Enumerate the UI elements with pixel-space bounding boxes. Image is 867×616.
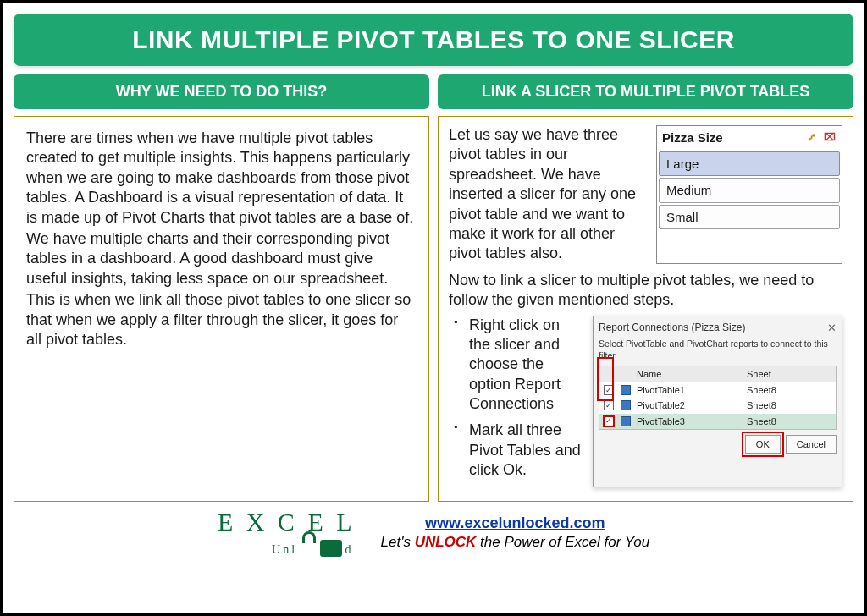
row1-name: PivotTable1 [633, 382, 743, 398]
steps-list: Right click on the slicer and choose the… [449, 316, 584, 487]
site-url[interactable]: www.excelunlocked.com [425, 514, 605, 531]
col-sheet: Sheet [743, 366, 836, 382]
slicer-option-small[interactable]: Small [659, 205, 840, 230]
left-header: WHY WE NEED TO DO THIS? [14, 74, 429, 109]
right-header: LINK A SLICER TO MULTIPLE PIVOT TABLES [438, 74, 853, 109]
content-columns: WHY WE NEED TO DO THIS? There are times … [14, 74, 853, 502]
footer: E X C E L Unlcked www.excelunlocked.com … [14, 510, 853, 556]
left-column: WHY WE NEED TO DO THIS? There are times … [14, 74, 429, 502]
checkbox-2[interactable]: ✓ [604, 400, 614, 410]
slicer-option-large[interactable]: Large [659, 151, 840, 177]
left-para-3: This is when we link all those pivot tab… [26, 290, 417, 349]
right-content: Let us say we have three pivot tables in… [438, 116, 853, 502]
slicer-widget[interactable]: Pizza Size ⑇ ⌧ Large Medium Small [656, 125, 842, 264]
highlight-checkboxes [597, 357, 614, 401]
close-icon[interactable]: ✕ [827, 322, 837, 336]
dialog-subtitle: Select PivotTable and PivotChart reports… [599, 338, 837, 361]
logo: E X C E L Unlcked [218, 510, 356, 556]
step-1: Right click on the slicer and choose the… [454, 316, 584, 415]
pivot-icon [621, 416, 631, 426]
pivot-icon [621, 400, 631, 410]
pivot-icon [621, 385, 631, 395]
row2-sheet: Sheet8 [743, 398, 836, 413]
tagline: Let's UNLOCK the Power of Excel for You [381, 534, 650, 551]
right-mid: Now to link a slicer to multiple pivot t… [449, 271, 842, 311]
right-column: LINK A SLICER TO MULTIPLE PIVOT TABLES L… [438, 74, 853, 502]
report-connections-dialog[interactable]: Report Connections (Pizza Size) ✕ Select… [593, 316, 842, 487]
row2-name: PivotTable2 [633, 398, 743, 413]
dialog-title: Report Connections (Pizza Size) [599, 322, 745, 336]
clear-filter-icon[interactable]: ⌧ [823, 131, 837, 145]
ok-button[interactable]: OK [745, 435, 781, 454]
checkbox-3[interactable]: ✓ [604, 416, 614, 426]
page-title: LINK MULTIPLE PIVOT TABLES TO ONE SLICER [14, 14, 853, 66]
slicer-option-medium[interactable]: Medium [659, 178, 840, 203]
slicer-title: Pizza Size [662, 129, 723, 146]
col-name: Name [633, 366, 743, 382]
row1-sheet: Sheet8 [743, 382, 836, 398]
row3-sheet: Sheet8 [743, 414, 836, 429]
left-para-1: There are times when we have multiple pi… [26, 129, 417, 228]
tag-post: the Power of Excel for You [476, 534, 649, 550]
tag-pre: Let's [381, 534, 415, 550]
tag-unlock: UNLOCK [415, 534, 477, 550]
row3-name: PivotTable3 [633, 414, 743, 429]
lock-icon [298, 531, 320, 557]
step-2: Mark all three Pivot Tables and click Ok… [454, 421, 584, 480]
left-content: There are times when we have multiple pi… [14, 116, 429, 502]
right-intro: Let us say we have three pivot tables in… [449, 125, 648, 264]
cancel-button[interactable]: Cancel [786, 435, 837, 454]
multi-select-icon[interactable]: ⑇ [804, 131, 818, 145]
left-para-2: We have multiple charts and their corres… [26, 229, 417, 289]
dialog-table: Name Sheet ✓ PivotTable1 Sheet8 ✓ [599, 366, 837, 430]
